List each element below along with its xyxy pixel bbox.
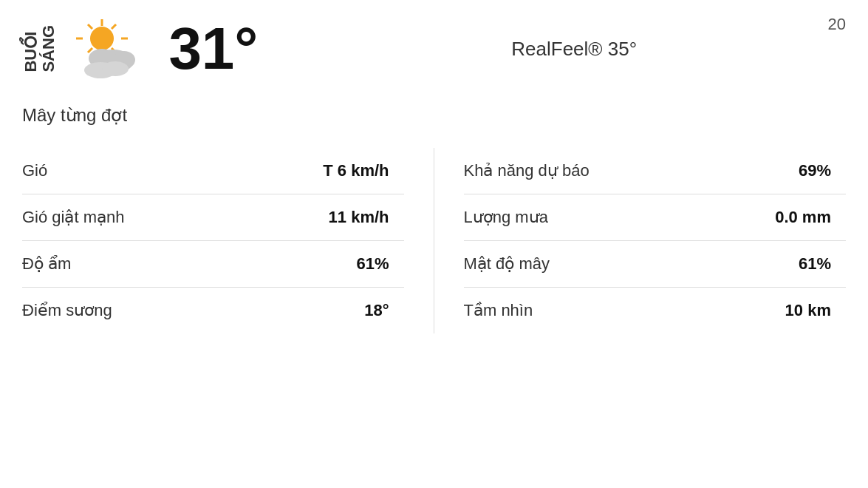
forecast-prob-row: Khả năng dự báo 69%	[464, 148, 847, 194]
svg-point-13	[102, 61, 129, 76]
realfeel-label: RealFeel® 35°	[511, 38, 637, 60]
humidity-label: Độ ẩm	[22, 254, 71, 274]
weather-icon	[72, 16, 154, 82]
left-column: Gió T 6 km/h Gió giật mạnh 11 km/h Độ ẩm…	[22, 148, 434, 333]
rainfall-row: Lượng mưa 0.0 mm	[464, 194, 847, 241]
svg-point-8	[90, 27, 114, 50]
dewpoint-value: 18°	[364, 301, 389, 320]
cloud-cover-label: Mật độ mây	[464, 254, 550, 274]
wind-label: Gió	[22, 161, 47, 180]
svg-line-5	[112, 24, 116, 29]
dewpoint-row: Điểm sương 18°	[22, 288, 404, 333]
gust-value: 11 km/h	[329, 208, 389, 227]
humidity-value: 61%	[356, 254, 389, 274]
weather-description: Mây từng đợt	[22, 105, 846, 126]
visibility-row: Tầm nhìn 10 km	[464, 288, 847, 333]
forecast-prob-label: Khả năng dự báo	[464, 161, 590, 180]
visibility-value: 10 km	[785, 301, 831, 320]
svg-line-4	[88, 24, 92, 29]
forecast-prob-value: 69%	[799, 161, 831, 180]
top-right-number: 20	[828, 15, 846, 34]
dewpoint-label: Điểm sương	[22, 301, 112, 320]
rainfall-value: 0.0 mm	[775, 208, 831, 227]
cloud-cover-row: Mật độ mây 61%	[464, 241, 847, 288]
gust-row: Gió giật mạnh 11 km/h	[22, 194, 404, 241]
wind-row: Gió T 6 km/h	[22, 148, 404, 194]
temperature-display: 31°	[168, 15, 258, 83]
realfeel-section: RealFeel® 35°	[302, 38, 846, 61]
right-column: Khả năng dự báo 69% Lượng mưa 0.0 mm Mật…	[434, 148, 847, 333]
header-row: BUỔISÁNG	[22, 15, 846, 83]
svg-line-6	[88, 48, 92, 52]
day-label: BUỔISÁNG	[22, 25, 58, 72]
data-grid: Gió T 6 km/h Gió giật mạnh 11 km/h Độ ẩm…	[22, 148, 846, 333]
humidity-row: Độ ẩm 61%	[22, 241, 404, 288]
visibility-label: Tầm nhìn	[464, 301, 533, 320]
cloud-cover-value: 61%	[799, 254, 831, 274]
wind-value: T 6 km/h	[323, 161, 389, 180]
gust-label: Gió giật mạnh	[22, 208, 125, 227]
rainfall-label: Lượng mưa	[464, 208, 548, 227]
